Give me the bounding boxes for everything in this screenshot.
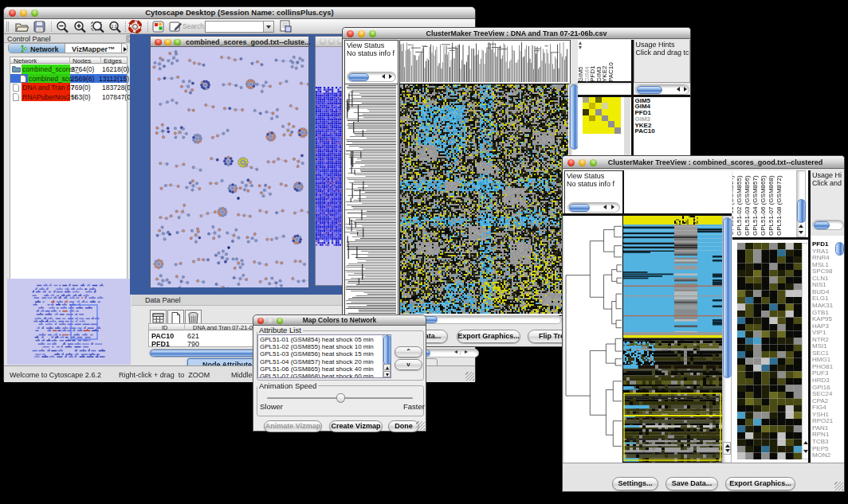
svg-text:1:1: 1:1 — [111, 24, 117, 29]
